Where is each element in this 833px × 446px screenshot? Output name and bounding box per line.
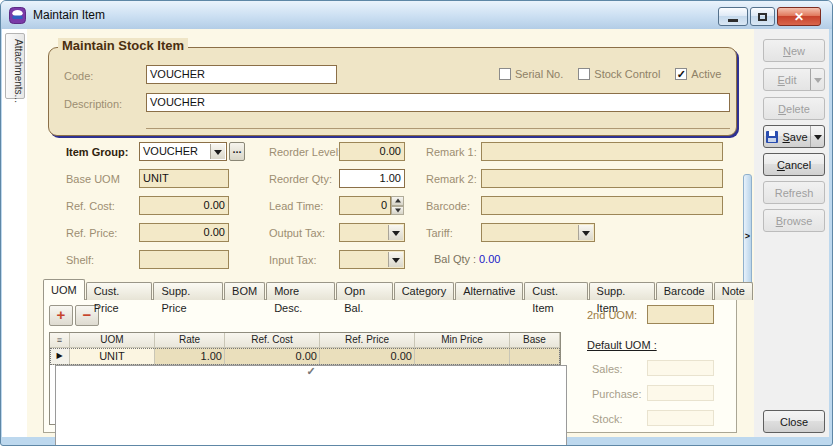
grid-column-header: Rate — [155, 333, 225, 348]
edit-button[interactable]: Edit — [763, 68, 825, 91]
dropdown-arrow-icon[interactable] — [810, 69, 824, 90]
reorder-level-field[interactable]: 0.00 — [339, 142, 405, 161]
attachments-tab[interactable]: Attachments... — [5, 33, 25, 99]
output-tax-label: Output Tax: — [269, 227, 325, 239]
tariff-label: Tariff: — [426, 227, 453, 239]
tab-bom[interactable]: BOM — [224, 282, 265, 300]
groupbox-title: Maintain Stock Item — [58, 38, 188, 53]
add-row-button[interactable]: + — [49, 305, 73, 326]
shelf-field[interactable] — [139, 250, 229, 269]
grid-data-row[interactable]: ▶UNIT1.000.000.00✓ — [50, 348, 560, 365]
ref-cost-label: Ref. Cost: — [66, 200, 115, 212]
row-selector-icon: ≡ — [50, 333, 70, 348]
flags-row: Serial No.Stock Control✓Active — [499, 68, 721, 80]
chevron-down-icon[interactable] — [388, 252, 403, 267]
stock-item-groupbox: Maintain Stock Item Code: VOUCHER Serial… — [48, 47, 737, 136]
spin-up-icon[interactable] — [391, 196, 404, 206]
stock-label: Stock: — [592, 413, 623, 425]
delete-button[interactable]: Delete — [763, 97, 825, 120]
input-tax-combobox[interactable] — [339, 250, 405, 269]
maximize-icon — [758, 13, 767, 21]
item-group-browse-button[interactable]: ... — [229, 142, 245, 161]
chevron-right-icon: > — [745, 231, 750, 241]
tab-uom[interactable]: UOM — [43, 279, 85, 300]
grid-column-header: Min Price — [415, 333, 510, 348]
reorder-level-label: Reorder Level: — [269, 146, 341, 158]
shelf-label: Shelf: — [66, 254, 94, 266]
purchase-field[interactable] — [647, 385, 714, 401]
attachments-strip: Attachments... — [2, 29, 27, 437]
tab-barcode[interactable]: Barcode — [656, 282, 713, 300]
minimize-button[interactable] — [718, 7, 748, 26]
base-uom-field[interactable]: UNIT — [139, 169, 229, 188]
description-label: Description: — [64, 98, 122, 110]
tab-note[interactable]: Note — [714, 282, 753, 300]
checkbox-stock-control[interactable]: Stock Control — [578, 68, 660, 80]
app-icon — [9, 7, 26, 24]
lead-time-stepper[interactable] — [391, 196, 404, 215]
tab-strip: UOMCust. PriceSupp. PriceBOMMore Desc.Op… — [43, 279, 754, 300]
tab-more-desc[interactable]: More Desc. — [266, 282, 335, 300]
checkbox-label: Serial No. — [515, 68, 563, 80]
save-button[interactable]: Save — [763, 125, 825, 148]
barcode-field[interactable] — [481, 196, 723, 215]
uom-grid: ≡UOMRateRef. CostRef. PriceMin PriceBase… — [49, 332, 561, 425]
remark1-label: Remark 1: — [426, 146, 477, 158]
chevron-down-icon[interactable] — [388, 225, 403, 240]
stock-field[interactable] — [647, 410, 714, 426]
checkbox-label: Stock Control — [594, 68, 660, 80]
groupbox-divider — [146, 128, 730, 129]
unchecked-box-icon[interactable] — [578, 68, 590, 80]
maintain-item-window: Maintain Item ✕ Attachments... Maintain … — [0, 0, 833, 446]
unchecked-box-icon[interactable] — [499, 68, 511, 80]
refresh-button[interactable]: Refresh — [763, 181, 825, 204]
tab-category[interactable]: Category — [394, 282, 455, 300]
code-field[interactable]: VOUCHER — [146, 65, 337, 84]
tariff-combobox[interactable] — [481, 223, 595, 242]
output-tax-combobox[interactable] — [339, 223, 405, 242]
tab-supp-price[interactable]: Supp. Price — [153, 282, 223, 300]
checked-box-icon[interactable]: ✓ — [675, 68, 687, 80]
tab-opn-bal[interactable]: Opn Bal. — [336, 282, 392, 300]
form-area: Maintain Stock Item Code: VOUCHER Serial… — [27, 29, 754, 437]
ref-price-field[interactable]: 0.00 — [139, 223, 229, 242]
uom-tab-panel: + − 2nd UOM: ≡UOMRateRef. CostRef. Price… — [43, 299, 737, 433]
browse-button[interactable]: Browse — [763, 209, 825, 232]
tab-cust-item[interactable]: Cust. Item — [524, 282, 587, 300]
close-window-button[interactable]: ✕ — [777, 7, 821, 26]
reorder-qty-field[interactable]: 1.00 — [339, 169, 405, 188]
remark2-field[interactable] — [481, 169, 723, 188]
tab-alternative[interactable]: Alternative — [455, 282, 523, 300]
dropdown-arrow-icon[interactable] — [810, 126, 824, 147]
lead-time-field[interactable]: 0 — [339, 196, 391, 215]
spin-down-icon[interactable] — [391, 206, 404, 216]
new-button[interactable]: New — [763, 39, 825, 62]
barcode-label: Barcode: — [426, 200, 470, 212]
second-uom-field[interactable] — [647, 305, 714, 324]
floppy-disk-icon — [766, 131, 778, 143]
tab-cust-price[interactable]: Cust. Price — [86, 282, 153, 300]
grid-column-header: Ref. Price — [320, 333, 415, 348]
checkbox-label: Active — [691, 68, 721, 80]
grid-cell-min-price — [415, 348, 510, 365]
grid-cell-ref-price: 0.00 — [320, 348, 415, 365]
grid-column-header: Ref. Cost — [225, 333, 320, 348]
checkbox-serial-no[interactable]: Serial No. — [499, 68, 563, 80]
chevron-down-icon[interactable] — [210, 144, 225, 159]
titlebar[interactable]: Maintain Item ✕ — [1, 1, 832, 29]
bal-qty-value: 0.00 — [479, 253, 500, 265]
chevron-down-icon[interactable] — [578, 225, 593, 240]
minimize-icon — [728, 19, 738, 22]
maximize-button[interactable] — [750, 7, 775, 26]
item-group-combobox[interactable]: VOUCHER — [139, 142, 227, 161]
cancel-button[interactable]: Cancel — [763, 153, 825, 176]
checkbox-active[interactable]: ✓Active — [675, 68, 721, 80]
close-button[interactable]: Close — [763, 410, 825, 433]
sales-field[interactable] — [647, 360, 714, 376]
remark1-field[interactable] — [481, 142, 723, 161]
description-field[interactable]: VOUCHER — [146, 93, 730, 112]
input-tax-label: Input Tax: — [269, 254, 317, 266]
tab-supp-item[interactable]: Supp. Item — [589, 282, 655, 300]
purchase-label: Purchase: — [592, 388, 642, 400]
ref-cost-field[interactable]: 0.00 — [139, 196, 229, 215]
